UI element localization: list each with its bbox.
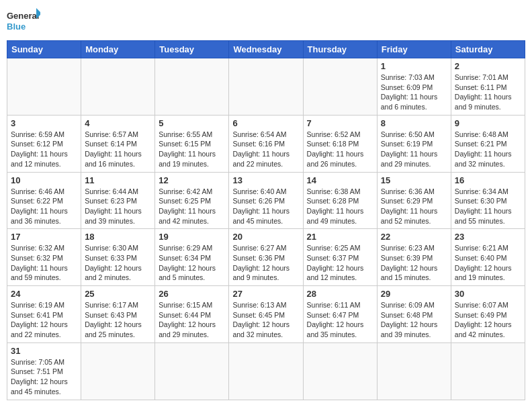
- calendar-day-header: Thursday: [303, 41, 377, 58]
- calendar-day-cell: 16Sunrise: 6:34 AM Sunset: 6:30 PM Dayli…: [451, 172, 525, 229]
- calendar-header-row: SundayMondayTuesdayWednesdayThursdayFrid…: [7, 41, 525, 58]
- day-info: Sunrise: 6:17 AM Sunset: 6:43 PM Dayligh…: [85, 300, 151, 340]
- day-number: 20: [232, 232, 299, 242]
- calendar-day-cell: 9Sunrise: 6:48 AM Sunset: 6:21 PM Daylig…: [451, 115, 525, 172]
- day-info: Sunrise: 6:54 AM Sunset: 6:16 PM Dayligh…: [232, 130, 299, 169]
- calendar-day-cell: [229, 342, 303, 400]
- calendar-day-cell: [81, 58, 155, 116]
- day-info: Sunrise: 6:50 AM Sunset: 6:19 PM Dayligh…: [381, 130, 447, 169]
- calendar-day-cell: 31Sunrise: 7:05 AM Sunset: 7:51 PM Dayli…: [7, 342, 81, 400]
- calendar-day-cell: 14Sunrise: 6:38 AM Sunset: 6:28 PM Dayli…: [303, 172, 377, 229]
- calendar-day-cell: 29Sunrise: 6:09 AM Sunset: 6:48 PM Dayli…: [377, 286, 451, 343]
- day-number: 8: [381, 118, 447, 128]
- day-info: Sunrise: 6:13 AM Sunset: 6:45 PM Dayligh…: [232, 300, 299, 340]
- day-number: 26: [159, 289, 225, 299]
- calendar-day-header: Tuesday: [155, 41, 229, 58]
- calendar-day-cell: 26Sunrise: 6:15 AM Sunset: 6:44 PM Dayli…: [155, 286, 229, 343]
- calendar-day-cell: 22Sunrise: 6:23 AM Sunset: 6:39 PM Dayli…: [377, 229, 451, 286]
- day-info: Sunrise: 7:05 AM Sunset: 7:51 PM Dayligh…: [11, 357, 77, 397]
- day-info: Sunrise: 6:25 AM Sunset: 6:37 PM Dayligh…: [307, 243, 373, 283]
- calendar-day-cell: 2Sunrise: 7:01 AM Sunset: 6:11 PM Daylig…: [451, 58, 525, 116]
- day-info: Sunrise: 6:19 AM Sunset: 6:41 PM Dayligh…: [11, 300, 77, 340]
- calendar-day-cell: 4Sunrise: 6:57 AM Sunset: 6:14 PM Daylig…: [81, 115, 155, 172]
- calendar-week-row: 31Sunrise: 7:05 AM Sunset: 7:51 PM Dayli…: [7, 342, 525, 400]
- calendar-week-row: 24Sunrise: 6:19 AM Sunset: 6:41 PM Dayli…: [7, 286, 525, 343]
- calendar-week-row: 17Sunrise: 6:32 AM Sunset: 6:32 PM Dayli…: [7, 229, 525, 286]
- calendar-day-cell: [229, 58, 303, 116]
- day-info: Sunrise: 6:52 AM Sunset: 6:18 PM Dayligh…: [307, 130, 373, 169]
- calendar-day-header: Sunday: [7, 41, 81, 58]
- day-number: 11: [85, 175, 151, 185]
- calendar-day-cell: 17Sunrise: 6:32 AM Sunset: 6:32 PM Dayli…: [7, 229, 81, 286]
- calendar-day-cell: 13Sunrise: 6:40 AM Sunset: 6:26 PM Dayli…: [229, 172, 303, 229]
- day-number: 4: [85, 118, 151, 128]
- calendar-day-cell: [377, 342, 451, 400]
- calendar-day-header: Wednesday: [229, 41, 303, 58]
- day-info: Sunrise: 6:36 AM Sunset: 6:29 PM Dayligh…: [381, 187, 447, 226]
- calendar-day-cell: 20Sunrise: 6:27 AM Sunset: 6:36 PM Dayli…: [229, 229, 303, 286]
- calendar-day-cell: 8Sunrise: 6:50 AM Sunset: 6:19 PM Daylig…: [377, 115, 451, 172]
- day-info: Sunrise: 6:57 AM Sunset: 6:14 PM Dayligh…: [85, 130, 151, 169]
- day-number: 21: [307, 232, 373, 242]
- calendar-day-cell: 3Sunrise: 6:59 AM Sunset: 6:12 PM Daylig…: [7, 115, 81, 172]
- calendar-day-cell: 25Sunrise: 6:17 AM Sunset: 6:43 PM Dayli…: [81, 286, 155, 343]
- day-info: Sunrise: 6:23 AM Sunset: 6:39 PM Dayligh…: [381, 243, 447, 283]
- day-info: Sunrise: 6:44 AM Sunset: 6:23 PM Dayligh…: [85, 187, 151, 226]
- calendar-day-cell: 5Sunrise: 6:55 AM Sunset: 6:15 PM Daylig…: [155, 115, 229, 172]
- day-number: 22: [381, 232, 447, 242]
- calendar-day-cell: 28Sunrise: 6:11 AM Sunset: 6:47 PM Dayli…: [303, 286, 377, 343]
- day-info: Sunrise: 6:48 AM Sunset: 6:21 PM Dayligh…: [455, 130, 521, 169]
- calendar-day-cell: [155, 342, 229, 400]
- day-number: 3: [11, 118, 77, 128]
- calendar-body: 1Sunrise: 7:03 AM Sunset: 6:09 PM Daylig…: [7, 58, 525, 400]
- day-number: 28: [307, 289, 373, 299]
- calendar-day-cell: 19Sunrise: 6:29 AM Sunset: 6:34 PM Dayli…: [155, 229, 229, 286]
- calendar-week-row: 10Sunrise: 6:46 AM Sunset: 6:22 PM Dayli…: [7, 172, 525, 229]
- calendar-day-cell: 18Sunrise: 6:30 AM Sunset: 6:33 PM Dayli…: [81, 229, 155, 286]
- svg-text:Blue: Blue: [7, 21, 26, 32]
- calendar-day-cell: [155, 58, 229, 116]
- calendar-week-row: 1Sunrise: 7:03 AM Sunset: 6:09 PM Daylig…: [7, 58, 525, 116]
- calendar-day-cell: 21Sunrise: 6:25 AM Sunset: 6:37 PM Dayli…: [303, 229, 377, 286]
- day-info: Sunrise: 6:46 AM Sunset: 6:22 PM Dayligh…: [11, 187, 77, 226]
- calendar-day-cell: 24Sunrise: 6:19 AM Sunset: 6:41 PM Dayli…: [7, 286, 81, 343]
- calendar-day-cell: [303, 58, 377, 116]
- day-number: 12: [159, 175, 225, 185]
- calendar-day-cell: 15Sunrise: 6:36 AM Sunset: 6:29 PM Dayli…: [377, 172, 451, 229]
- day-number: 23: [455, 232, 521, 242]
- day-info: Sunrise: 6:30 AM Sunset: 6:33 PM Dayligh…: [85, 243, 151, 283]
- calendar-day-cell: 7Sunrise: 6:52 AM Sunset: 6:18 PM Daylig…: [303, 115, 377, 172]
- day-number: 1: [381, 61, 447, 71]
- day-number: 24: [11, 289, 77, 299]
- day-info: Sunrise: 6:15 AM Sunset: 6:44 PM Dayligh…: [159, 300, 225, 340]
- day-number: 30: [455, 289, 521, 299]
- day-info: Sunrise: 6:59 AM Sunset: 6:12 PM Dayligh…: [11, 130, 77, 169]
- calendar-day-header: Monday: [81, 41, 155, 58]
- page-header: General Blue: [7, 7, 525, 35]
- day-number: 6: [232, 118, 299, 128]
- day-number: 13: [232, 175, 299, 185]
- day-info: Sunrise: 6:29 AM Sunset: 6:34 PM Dayligh…: [159, 243, 225, 283]
- day-info: Sunrise: 6:40 AM Sunset: 6:26 PM Dayligh…: [232, 187, 299, 226]
- day-number: 2: [455, 61, 521, 71]
- day-info: Sunrise: 6:38 AM Sunset: 6:28 PM Dayligh…: [307, 187, 373, 226]
- day-number: 9: [455, 118, 521, 128]
- day-number: 14: [307, 175, 373, 185]
- svg-text:General: General: [7, 11, 39, 21]
- day-number: 16: [455, 175, 521, 185]
- day-info: Sunrise: 6:07 AM Sunset: 6:49 PM Dayligh…: [455, 300, 521, 340]
- calendar-day-cell: 6Sunrise: 6:54 AM Sunset: 6:16 PM Daylig…: [229, 115, 303, 172]
- day-info: Sunrise: 7:03 AM Sunset: 6:09 PM Dayligh…: [381, 73, 447, 112]
- calendar-day-cell: 12Sunrise: 6:42 AM Sunset: 6:25 PM Dayli…: [155, 172, 229, 229]
- calendar-day-cell: [81, 342, 155, 400]
- day-number: 10: [11, 175, 77, 185]
- day-number: 17: [11, 232, 77, 242]
- day-number: 27: [232, 289, 299, 299]
- day-number: 15: [381, 175, 447, 185]
- day-info: Sunrise: 6:11 AM Sunset: 6:47 PM Dayligh…: [307, 300, 373, 340]
- calendar-day-cell: 23Sunrise: 6:21 AM Sunset: 6:40 PM Dayli…: [451, 229, 525, 286]
- calendar-day-cell: 1Sunrise: 7:03 AM Sunset: 6:09 PM Daylig…: [377, 58, 451, 116]
- day-number: 25: [85, 289, 151, 299]
- day-number: 31: [11, 346, 77, 356]
- day-info: Sunrise: 6:27 AM Sunset: 6:36 PM Dayligh…: [232, 243, 299, 283]
